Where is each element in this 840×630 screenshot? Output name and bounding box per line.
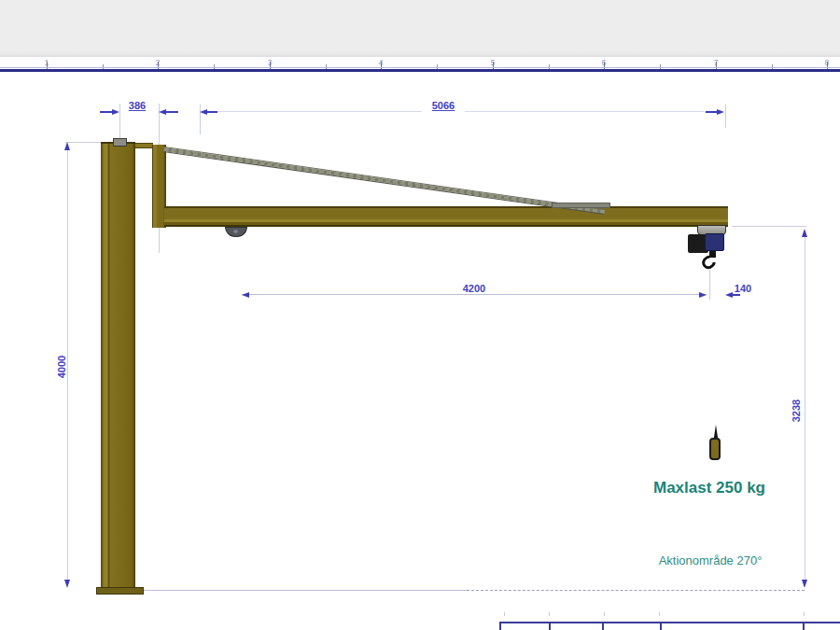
dim-386-tail-left: [100, 111, 112, 113]
title-block-tick: [549, 612, 550, 616]
dim-386-arrow-left: [112, 109, 119, 115]
pillar-top-cap: [113, 138, 127, 147]
dim-3238-line: [805, 233, 805, 584]
dimension-4000-value: 4000: [56, 352, 67, 382]
dimension-5066-value: 5066: [423, 100, 464, 111]
title-block-tick: [659, 612, 660, 616]
dim-4000-arrow-bottom: [64, 580, 70, 588]
tie-rod-bracket: [552, 203, 610, 208]
ground-line-dashed: [467, 590, 805, 591]
dimension-386-value: 386: [119, 100, 155, 111]
pendant-control-icon: [709, 438, 721, 460]
extension-line-3238-top: [732, 226, 806, 227]
dim-386-arrow-right: [159, 109, 166, 115]
dim-386-tail-right: [166, 111, 178, 113]
extension-line-4000-top: [65, 142, 101, 143]
title-block-divider: [660, 622, 662, 630]
crane-pillar: [101, 142, 135, 590]
dim-5066-line-right: [465, 111, 705, 112]
hoist-body: [705, 233, 724, 251]
dim-140-tail: [733, 294, 740, 296]
dimension-4200-value: 4200: [454, 283, 495, 294]
dim-4200-arrow-left: [242, 292, 249, 298]
title-block-tick: [504, 612, 505, 616]
title-block-tick: [804, 612, 805, 616]
dim-4200-arrow-right: [699, 292, 707, 298]
dim-5066-line-left: [210, 111, 422, 112]
title-block-divider: [602, 622, 604, 630]
ruler-line-highlight: [0, 67, 840, 68]
top-toolbar-area: [0, 0, 840, 57]
pivot-connector-plate: [135, 143, 153, 148]
title-block-divider: [499, 622, 501, 630]
title-block-tick: [604, 612, 605, 616]
action-range-label: Aktionområde 270°: [612, 553, 808, 567]
dim-5066-arrow-right: [717, 109, 724, 115]
dimension-140-value: 140: [729, 283, 757, 294]
pillar-base-plate: [96, 587, 144, 595]
dim-4200-ref-line: [709, 270, 710, 300]
dim-5066-tail-right: [706, 111, 717, 113]
title-block-divider: [803, 622, 805, 630]
dim-3238-arrow-top: [802, 229, 807, 237]
dim-4200-line: [242, 294, 707, 295]
dim-5066-arrow-left: [200, 109, 207, 115]
bearing-bolt: [233, 230, 238, 233]
dim-4000-arrow-top: [64, 142, 70, 150]
ground-line: [144, 590, 467, 591]
dim-3238-arrow-bottom: [802, 580, 807, 588]
extension-line-5066-right: [725, 105, 726, 128]
max-load-label: Maxlast 250 kg: [611, 479, 807, 497]
dim-4000-line: [67, 146, 68, 584]
title-block-divider: [549, 622, 551, 630]
ruler-line: [0, 69, 840, 72]
jib-beam: [164, 206, 728, 227]
dim-5066-tail-left: [207, 111, 217, 113]
dimension-3238-value: 3238: [791, 396, 802, 426]
